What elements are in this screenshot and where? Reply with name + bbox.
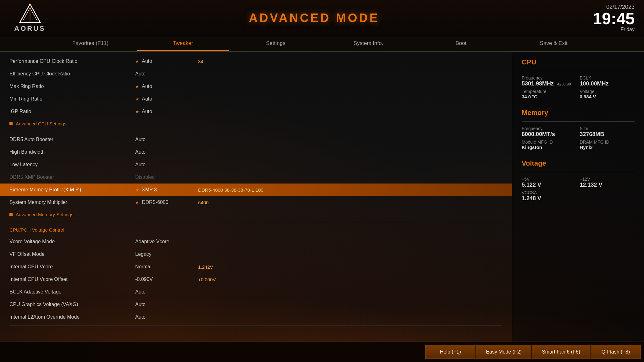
cpu-volt-label: Voltage 0.984 V <box>580 89 635 99</box>
section-advanced-cpu: Advanced CPU Settings <box>0 118 512 129</box>
tab-saveexit[interactable]: Save & Exit <box>507 36 600 51</box>
setting-low-latency[interactable]: Low Latency Auto <box>0 158 512 171</box>
setting-sys-mem-mult[interactable]: System Memory Multiplier ★ DDR5-6000 640… <box>0 196 512 209</box>
tab-sysinfo[interactable]: System Info. <box>322 36 415 51</box>
help-button[interactable]: Help (F1) <box>425 345 475 359</box>
star-icon: ★ <box>135 109 139 114</box>
star-icon: ★ <box>135 84 139 89</box>
voltage-info-section: Voltage +5V 5.122 V +12V 12.132 V VCCSA … <box>522 159 635 202</box>
memory-info-section: Memory Frequency 6000.00MT/s Size 32768M… <box>522 109 635 150</box>
memory-info-grid: Frequency 6000.00MT/s Size 32768MB Modul… <box>522 126 635 150</box>
cpu-section-title: CPU <box>522 58 635 66</box>
time-display: 19:45 <box>565 10 635 27</box>
main-content: Performance CPU Clock Ratio ★ Auto 34 Ef… <box>0 52 644 342</box>
mem-module-value: Kingston <box>522 145 577 150</box>
v5-label: +5V 5.122 V <box>522 177 577 188</box>
nav-tabs: Favorites (F11) Tweaker Settings System … <box>0 36 644 52</box>
setting-ddr5-xmp-booster[interactable]: DDR5 XMP Booster Disabled <box>0 171 512 184</box>
setting-internal-vcore[interactable]: Internal CPU Vcore Normal 1.242V <box>0 261 512 273</box>
star-icon: ★ <box>135 200 139 205</box>
info-panel: CPU Frequency 5301.98MHz 4200.80 BCLK 10… <box>512 52 644 342</box>
cpu-freq-value: 5301.98MHz 4200.80 <box>522 80 577 87</box>
tab-favorites[interactable]: Favorites (F11) <box>44 36 137 51</box>
divider-bottom <box>9 325 502 326</box>
divider <box>9 222 502 222</box>
cpu-temp-label: Temperature 34.0 °C <box>522 89 577 99</box>
section-marker-icon <box>9 213 13 216</box>
cpu-info-grid: Frequency 5301.98MHz 4200.80 BCLK 100.00… <box>522 75 635 99</box>
cpu-info-section: CPU Frequency 5301.98MHz 4200.80 BCLK 10… <box>522 58 635 99</box>
logo-area: AORUS <box>9 3 50 33</box>
mem-dram-label: DRAM MFG ID Hynix <box>580 140 635 150</box>
setting-vcore-mode[interactable]: Vcore Voltage Mode Adaptive Vcore <box>0 235 512 248</box>
cpu-bclk-label: BCLK 100.00MHz <box>580 75 635 87</box>
mem-module-label: Module MFG ID Kingston <box>522 140 577 150</box>
tab-tweaker[interactable]: Tweaker <box>137 36 230 51</box>
title-bar: ADVANCED MODE <box>63 11 565 25</box>
section-cpu-pch-voltage: CPU/PCH Voltage Control <box>0 224 512 235</box>
setting-min-ring[interactable]: Min Ring Ratio ★ Auto <box>0 93 512 105</box>
settings-panel: Performance CPU Clock Ratio ★ Auto 34 Ef… <box>0 52 512 342</box>
memory-divider <box>522 121 635 122</box>
mem-size-value: 32768MB <box>580 131 635 138</box>
memory-section-title: Memory <box>522 109 635 117</box>
v12-value: 12.132 V <box>580 182 635 188</box>
cpu-temp-value: 34.0 °C <box>522 94 577 99</box>
star-icon: ★ <box>135 187 139 192</box>
cpu-divider <box>522 71 635 71</box>
v12-label: +12V 12.132 V <box>580 177 635 188</box>
setting-cpu-graphics-volt[interactable]: CPU Graphics Voltage (VAXG) Auto <box>0 298 512 311</box>
mem-dram-value: Hynix <box>580 145 635 150</box>
easymode-button[interactable]: Easy Mode (F2) <box>476 345 531 359</box>
setting-l2atom-override[interactable]: Internal L2Atom Override Mode Auto <box>0 311 512 323</box>
logo-text: AORUS <box>14 25 45 33</box>
cpu-volt-value: 0.984 V <box>580 94 635 99</box>
cpu-bclk-value: 100.00MHz <box>580 80 635 87</box>
section-marker-icon <box>9 122 13 125</box>
mem-freq-value: 6000.00MT/s <box>522 131 577 138</box>
setting-vcore-offset[interactable]: Internal CPU Vcore Offset -0.090V +0.000… <box>0 273 512 286</box>
voltage-divider <box>522 172 635 172</box>
mem-freq-label: Frequency 6000.00MT/s <box>522 126 577 138</box>
mem-size-label: Size 32768MB <box>580 126 635 138</box>
star-icon: ★ <box>135 59 139 64</box>
setting-high-bandwidth[interactable]: High Bandwidth Auto <box>0 146 512 158</box>
setting-perf-cpu-ratio[interactable]: Performance CPU Clock Ratio ★ Auto 34 <box>0 55 512 68</box>
v5-value: 5.122 V <box>522 182 577 188</box>
cpu-freq-label: Frequency 5301.98MHz 4200.80 <box>522 75 577 87</box>
header: AORUS ADVANCED MODE 02/17/2023 19:45 Fri… <box>0 0 644 36</box>
setting-max-ring[interactable]: Max Ring Ratio ★ Auto <box>0 80 512 93</box>
datetime: 02/17/2023 19:45 Friday <box>565 4 635 32</box>
setting-vf-offset[interactable]: VF Offset Mode Legacy <box>0 248 512 261</box>
setting-bclk-adaptive[interactable]: BCLK Adaptive Voltage Auto <box>0 286 512 298</box>
tab-boot[interactable]: Boot <box>415 36 508 51</box>
voltage-info-grid: +5V 5.122 V +12V 12.132 V VCCSA 1.248 V <box>522 177 635 202</box>
voltage-section-title: Voltage <box>522 159 635 167</box>
tab-settings[interactable]: Settings <box>229 36 322 51</box>
vccsa-label: VCCSA 1.248 V <box>522 190 577 202</box>
star-icon: ★ <box>135 96 139 101</box>
qflash-button[interactable]: Q-Flash (F8) <box>591 345 641 359</box>
section-advanced-memory: Advanced Memory Settings <box>0 209 512 220</box>
setting-igp-ratio[interactable]: IGP Ratio ★ Auto <box>0 105 512 118</box>
setting-ddr5-auto-booster[interactable]: DDR5 Auto Booster Auto <box>0 133 512 146</box>
aorus-logo-icon <box>18 3 42 24</box>
setting-xmp[interactable]: Extreme Memory Profile(X.M.P.) ★ XMP 3 D… <box>0 184 512 196</box>
vccsa-value: 1.248 V <box>522 195 577 202</box>
smartfan-button[interactable]: Smart Fan 6 (F6) <box>532 345 590 359</box>
setting-eff-cpu-ratio[interactable]: Efficiency CPU Clock Ratio Auto <box>0 68 512 80</box>
bottom-toolbar: Help (F1) Easy Mode (F2) Smart Fan 6 (F6… <box>0 342 644 362</box>
page-title: ADVANCED MODE <box>63 11 565 25</box>
divider <box>9 131 502 131</box>
